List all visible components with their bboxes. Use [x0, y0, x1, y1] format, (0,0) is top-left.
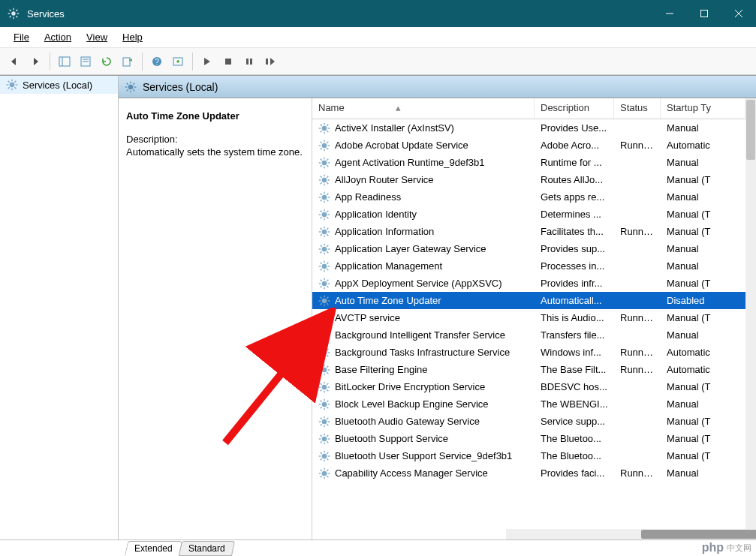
watermark-brand: php — [702, 541, 724, 554]
svg-point-89 — [322, 212, 327, 217]
menu-action[interactable]: Action — [37, 29, 79, 46]
service-row[interactable]: Block Level Backup Engine ServiceThe WBE… — [312, 395, 745, 413]
service-row[interactable]: Application ManagementProcesses in...Man… — [312, 257, 745, 275]
svg-point-44 — [322, 125, 327, 131]
service-row[interactable]: Bluetooth User Support Service_9def3b1Th… — [312, 447, 745, 464]
column-status[interactable]: Status — [614, 98, 661, 119]
start-service-button[interactable] — [197, 52, 217, 71]
cell-description: Adobe Acro... — [535, 140, 614, 151]
restart-service-button[interactable] — [261, 52, 280, 71]
service-row[interactable]: AVCTP serviceThis is Audio...RunningManu… — [312, 309, 745, 326]
svg-point-215 — [322, 453, 327, 458]
service-name-text: Application Management — [335, 260, 442, 272]
svg-line-88 — [327, 193, 328, 194]
svg-line-7 — [10, 16, 11, 17]
properties-button[interactable] — [76, 52, 95, 71]
service-row[interactable]: Base Filtering EngineThe Base Filt...Run… — [312, 361, 745, 378]
svg-line-186 — [321, 389, 322, 391]
maximize-button[interactable] — [687, 0, 721, 27]
column-startup[interactable]: Startup Ty — [661, 98, 745, 119]
cell-name: Application Information — [312, 226, 535, 238]
svg-line-31 — [8, 81, 10, 83]
svg-line-131 — [327, 286, 328, 287]
tabs-row: Extended Standard — [0, 539, 756, 556]
cell-name: AVCTP service — [312, 312, 535, 324]
menu-view[interactable]: View — [79, 29, 115, 46]
cell-name: Bluetooth User Support Service_9def3b1 — [312, 450, 535, 462]
pause-service-button[interactable] — [239, 52, 259, 71]
tab-extended[interactable]: Extended — [125, 541, 182, 556]
show-hide-tree-button[interactable] — [55, 52, 74, 71]
svg-line-41 — [133, 89, 134, 91]
service-row[interactable]: Bluetooth Support ServiceThe Bluetoo...M… — [312, 430, 745, 447]
svg-line-121 — [321, 262, 322, 263]
service-name-text: BitLocker Drive Encryption Service — [335, 381, 485, 392]
svg-point-35 — [128, 84, 134, 89]
list-scroll[interactable]: Name ▴ Description Status Startup Ty Act… — [312, 98, 745, 539]
service-row[interactable]: Background Intelligent Transfer ServiceT… — [312, 326, 745, 344]
cell-description: The Bluetoo... — [535, 433, 614, 444]
refresh-button[interactable] — [97, 52, 116, 71]
service-row[interactable]: Background Tasks Infrastructure ServiceW… — [312, 344, 745, 361]
close-button[interactable] — [721, 0, 756, 27]
service-row[interactable]: AppX Deployment Service (AppXSVC)Provide… — [312, 275, 745, 292]
cell-description: The Base Filt... — [535, 364, 614, 375]
scrollbar-thumb[interactable] — [746, 100, 755, 160]
help-topics-button[interactable] — [168, 52, 188, 71]
cell-description: Windows inf... — [535, 347, 614, 358]
svg-line-33 — [8, 87, 10, 89]
column-name[interactable]: Name ▴ — [312, 98, 535, 119]
service-row[interactable]: Bluetooth Audio Gateway ServiceService s… — [312, 413, 745, 430]
service-row[interactable]: Application InformationFacilitates th...… — [312, 223, 745, 240]
service-row[interactable]: Adobe Acrobat Update ServiceAdobe Acro..… — [312, 137, 745, 154]
stop-service-button[interactable] — [218, 52, 238, 71]
service-row[interactable]: Application IdentityDetermines ...Manual… — [312, 206, 745, 223]
gear-icon — [318, 122, 330, 134]
service-row[interactable]: Capability Access Manager ServiceProvide… — [312, 464, 745, 482]
tab-standard[interactable]: Standard — [179, 541, 235, 556]
service-row[interactable]: App ReadinessGets apps re...Manual — [312, 188, 745, 206]
minimize-button[interactable] — [652, 0, 687, 27]
cell-startup: Manual — [661, 467, 745, 479]
cell-name: BitLocker Drive Encryption Service — [312, 381, 535, 393]
back-button[interactable] — [5, 52, 24, 71]
svg-line-212 — [327, 441, 328, 443]
service-row[interactable]: AllJoyn Router ServiceRoutes AllJo...Man… — [312, 171, 745, 188]
svg-line-196 — [327, 400, 328, 401]
svg-line-123 — [321, 269, 322, 270]
gear-icon — [318, 226, 330, 238]
service-row[interactable]: BitLocker Drive Encryption ServiceBDESVC… — [312, 378, 745, 395]
vertical-scrollbar[interactable] — [745, 98, 756, 539]
svg-line-95 — [327, 217, 328, 218]
svg-line-220 — [321, 452, 322, 453]
scrollbar-thumb[interactable] — [641, 530, 756, 539]
service-row[interactable]: ActiveX Installer (AxInstSV)Provides Use… — [312, 119, 745, 137]
help-button[interactable]: ? — [147, 52, 167, 71]
tree-root-item[interactable]: Services (Local) — [0, 76, 118, 94]
gear-icon — [318, 381, 330, 393]
service-row[interactable]: Agent Activation Runtime_9def3b1Runtime … — [312, 154, 745, 171]
forward-button[interactable] — [26, 52, 45, 71]
menu-help[interactable]: Help — [115, 29, 150, 46]
menu-file[interactable]: File — [6, 29, 37, 46]
service-name-text: Agent Activation Runtime_9def3b1 — [335, 157, 484, 168]
svg-point-80 — [322, 194, 327, 200]
service-name-text: Application Identity — [335, 209, 417, 220]
service-name-text: Capability Access Manager Service — [335, 467, 488, 479]
pane-title: Services (Local) — [143, 81, 218, 93]
svg-line-151 — [327, 314, 328, 315]
selected-service-name: Auto Time Zone Updater — [126, 110, 304, 122]
gear-icon — [318, 416, 330, 428]
cell-description: Provides sup... — [535, 243, 614, 254]
svg-line-5 — [10, 10, 11, 11]
svg-line-32 — [14, 87, 16, 89]
column-description[interactable]: Description — [535, 98, 614, 119]
gear-icon — [318, 450, 330, 462]
service-row[interactable]: Application Layer Gateway ServiceProvide… — [312, 240, 745, 257]
svg-line-34 — [14, 81, 16, 83]
horizontal-scrollbar[interactable] — [506, 529, 745, 539]
export-button[interactable] — [118, 52, 137, 71]
cell-startup: Manual — [661, 157, 745, 168]
svg-line-149 — [327, 320, 328, 322]
service-row[interactable]: Auto Time Zone UpdaterAutomaticall...Dis… — [312, 292, 745, 309]
